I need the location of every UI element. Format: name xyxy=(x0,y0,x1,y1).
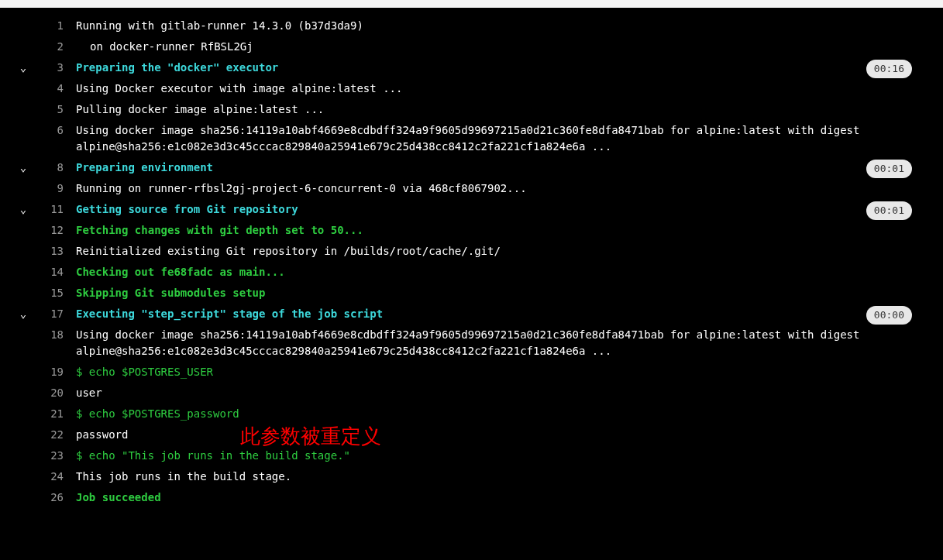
line-number[interactable]: 2 xyxy=(31,39,64,55)
section-duration-badge: 00:01 xyxy=(866,160,912,178)
line-number[interactable]: 9 xyxy=(31,180,64,197)
window-chrome-strip xyxy=(0,0,943,8)
log-line: 2on docker-runner RfBSL2Gj xyxy=(15,36,928,57)
log-text: Running with gitlab-runner 14.3.0 (b37d3… xyxy=(76,18,928,34)
log-text: Skipping Git submodules setup xyxy=(76,285,928,301)
log-line: 24This job runs in the build stage. xyxy=(15,466,928,487)
log-line: 6Using docker image sha256:14119a10abf46… xyxy=(15,120,928,157)
log-line: 12Fetching changes with git depth set to… xyxy=(15,220,928,241)
log-text: Using docker image sha256:14119a10abf466… xyxy=(76,327,928,359)
log-line: 15Skipping Git submodules setup xyxy=(15,283,928,304)
log-text: password xyxy=(76,427,928,443)
line-number[interactable]: 8 xyxy=(31,160,64,176)
log-line: 1Running with gitlab-runner 14.3.0 (b37d… xyxy=(15,15,928,36)
log-command: $ echo $POSTGRES_USER xyxy=(76,364,928,380)
line-number[interactable]: 24 xyxy=(31,469,64,485)
line-number[interactable]: 21 xyxy=(31,406,64,422)
line-number[interactable]: 11 xyxy=(31,201,64,218)
line-number[interactable]: 23 xyxy=(31,448,64,464)
line-number[interactable]: 20 xyxy=(31,385,64,401)
line-number[interactable]: 15 xyxy=(31,285,64,301)
log-text: Fetching changes with git depth set to 5… xyxy=(76,222,928,239)
section-header[interactable]: Preparing the "docker" executor xyxy=(76,60,928,76)
line-number[interactable]: 26 xyxy=(31,490,64,506)
section-header[interactable]: Getting source from Git repository xyxy=(76,201,928,218)
log-line: 9Running on runner-rfbsl2gj-project-6-co… xyxy=(15,178,928,199)
line-number[interactable]: 14 xyxy=(31,264,64,280)
line-number[interactable]: 18 xyxy=(31,327,64,343)
section-header[interactable]: Preparing environment xyxy=(76,160,928,176)
log-line: 14Checking out fe68fadc as main... xyxy=(15,262,928,283)
log-text: Running on runner-rfbsl2gj-project-6-con… xyxy=(76,180,928,197)
job-log-container: 此参数被重定义 1Running with gitlab-runner 14.3… xyxy=(0,8,943,516)
line-number[interactable]: 1 xyxy=(31,18,64,34)
line-number[interactable]: 22 xyxy=(31,427,64,443)
log-line: 5Pulling docker image alpine:latest ... xyxy=(15,99,928,120)
log-text: Using docker image sha256:14119a10abf466… xyxy=(76,122,928,155)
line-number[interactable]: 12 xyxy=(31,222,64,239)
line-number[interactable]: 4 xyxy=(31,81,64,97)
log-line: 21$ echo $POSTGRES_password xyxy=(15,404,928,424)
section-duration-badge: 00:16 xyxy=(866,60,912,78)
line-number[interactable]: 5 xyxy=(31,101,64,118)
line-number[interactable]: 3 xyxy=(31,60,64,76)
log-command: $ echo $POSTGRES_password xyxy=(76,406,928,422)
log-command: $ echo "This job runs in the build stage… xyxy=(76,448,928,464)
log-line: 20user xyxy=(15,383,928,404)
log-text: Job succeeded xyxy=(76,490,928,506)
log-line: 13Reinitialized existing Git repository … xyxy=(15,241,928,262)
log-line: ⌄3Preparing the "docker" executor00:16 xyxy=(15,57,928,78)
line-number[interactable]: 17 xyxy=(31,306,64,322)
chevron-down-icon[interactable]: ⌄ xyxy=(15,306,31,322)
line-number[interactable]: 19 xyxy=(31,364,64,380)
log-line: ⌄17Executing "step_script" stage of the … xyxy=(15,304,928,325)
log-text: user xyxy=(76,385,928,401)
log-line: 19$ echo $POSTGRES_USER xyxy=(15,362,928,383)
section-duration-badge: 00:00 xyxy=(866,306,912,325)
log-line: 4Using Docker executor with image alpine… xyxy=(15,78,928,99)
log-line: ⌄11Getting source from Git repository00:… xyxy=(15,199,928,220)
line-number[interactable]: 13 xyxy=(31,243,64,259)
log-line: 26Job succeeded xyxy=(15,487,928,508)
section-header[interactable]: Executing "step_script" stage of the job… xyxy=(76,306,928,322)
log-line: ⌄8Preparing environment00:01 xyxy=(15,157,928,178)
log-text: This job runs in the build stage. xyxy=(76,469,928,485)
chevron-down-icon[interactable]: ⌄ xyxy=(15,160,31,176)
log-text: Pulling docker image alpine:latest ... xyxy=(76,101,928,118)
chevron-down-icon[interactable]: ⌄ xyxy=(15,60,31,76)
section-duration-badge: 00:01 xyxy=(866,201,912,220)
line-number[interactable]: 6 xyxy=(31,122,64,139)
log-line: 22password xyxy=(15,424,928,445)
chevron-down-icon[interactable]: ⌄ xyxy=(15,201,31,218)
log-line: 18Using docker image sha256:14119a10abf4… xyxy=(15,325,928,362)
log-text: on docker-runner RfBSL2Gj xyxy=(76,39,928,55)
log-text: Checking out fe68fadc as main... xyxy=(76,264,928,280)
log-text: Using Docker executor with image alpine:… xyxy=(76,81,928,97)
log-line: 23$ echo "This job runs in the build sta… xyxy=(15,445,928,466)
log-text: Reinitialized existing Git repository in… xyxy=(76,243,928,259)
